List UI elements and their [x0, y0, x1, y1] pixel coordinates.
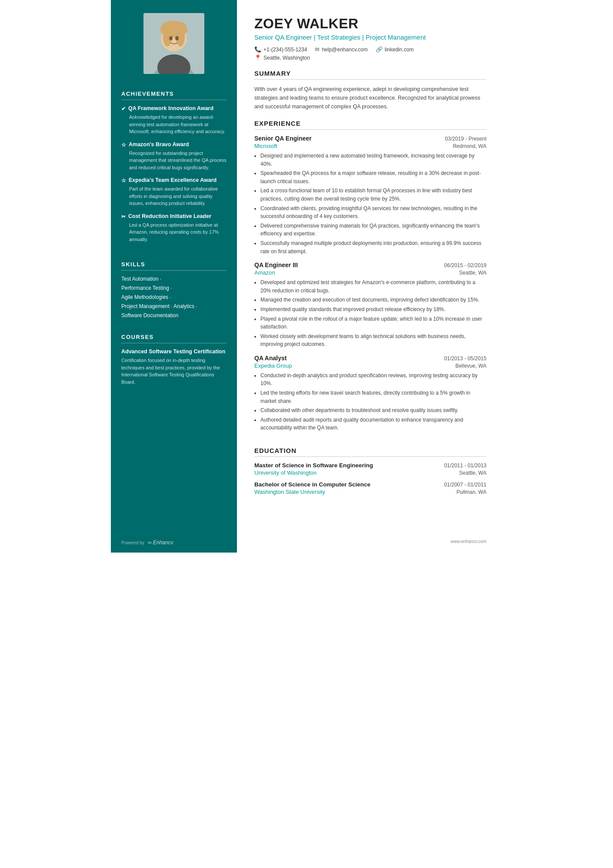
achievement-title-2: ☆ Expedia's Team Excellence Award: [121, 177, 227, 184]
skill-2: Agile Methodologies ·: [121, 294, 227, 300]
email-item: ✉ help@enhancv.com: [315, 46, 367, 53]
achievement-icon-1: ☆: [121, 142, 126, 148]
job-0-location: Redmond, WA: [453, 143, 486, 149]
achievement-item-0: ✔ QA Framework Innovation Award Acknowle…: [121, 105, 227, 135]
resume-header: ZOEY WALKER Senior QA Engineer | Test St…: [254, 16, 486, 70]
bullet: Collaborated with other departments to t…: [260, 406, 486, 415]
job-1-header: QA Engineer III 06/2015 - 02/2019: [254, 261, 486, 268]
job-1-company-line: Amazon Seattle, WA: [254, 269, 486, 276]
email-icon: ✉: [315, 46, 320, 53]
bullet: Played a pivotal role in the rollout of …: [260, 315, 486, 331]
edu-1-row: Bachelor of Science in Computer Science …: [254, 481, 486, 488]
courses-section: COURSES Advanced Software Testing Certif…: [111, 326, 237, 390]
education-title: EDUCATION: [254, 447, 486, 457]
summary-title: SUMMARY: [254, 70, 486, 80]
job-0-title: Senior QA Engineer: [254, 135, 312, 142]
bullet: Implemented quality standards that impro…: [260, 305, 486, 314]
edu-0-degree: Master of Science in Software Engineerin…: [254, 462, 373, 469]
experience-section: EXPERIENCE Senior QA Engineer 03/2019 - …: [254, 120, 486, 438]
bullet: Spearheaded the QA process for a major s…: [260, 169, 486, 185]
edu-0-row: Master of Science in Software Engineerin…: [254, 462, 486, 469]
experience-title: EXPERIENCE: [254, 120, 486, 130]
job-2-header: QA Analyst 01/2013 - 05/2015: [254, 355, 486, 362]
achievement-item-2: ☆ Expedia's Team Excellence Award Part o…: [121, 177, 227, 207]
linkedin-icon: 🔗: [376, 46, 383, 53]
job-1-location: Seattle, WA: [459, 270, 486, 276]
bullet: Worked closely with development teams to…: [260, 332, 486, 349]
edu-1-school-line: Washington State University Pullman, WA: [254, 489, 486, 495]
svg-point-9: [175, 36, 179, 40]
edu-1-degree: Bachelor of Science in Computer Science: [254, 481, 370, 488]
achievements-section: ACHIEVEMENTS ✔ QA Framework Innovation A…: [111, 83, 237, 253]
skill-0: Test Automation ·: [121, 276, 227, 282]
education-section: EDUCATION Master of Science in Software …: [254, 447, 486, 500]
profile-photo: [143, 13, 204, 74]
footer-url: www.enhancv.com: [450, 539, 486, 544]
location: Seattle, Washington: [263, 55, 310, 61]
main-footer: www.enhancv.com: [254, 532, 486, 544]
bullet: Coordinated with clients, providing insi…: [260, 204, 486, 221]
phone-number: +1-(234)-555-1234: [263, 47, 307, 53]
svg-point-8: [169, 36, 173, 40]
job-0-date: 03/2019 - Present: [445, 136, 486, 142]
contact-info: 📞 +1-(234)-555-1234 ✉ help@enhancv.com 🔗…: [254, 46, 486, 53]
skill-3: Project Management · Analytics ·: [121, 303, 227, 309]
achievements-title: ACHIEVEMENTS: [121, 90, 227, 100]
phone-icon: 📞: [254, 46, 261, 53]
linkedin-url: linkedin.com: [385, 47, 414, 53]
bullet: Led the testing efforts for new travel s…: [260, 389, 486, 405]
edu-0: Master of Science in Software Engineerin…: [254, 462, 486, 476]
job-1-bullets: Developed and optimized test strategies …: [254, 278, 486, 349]
achievement-title-1: ☆ Amazon's Bravo Award: [121, 141, 227, 148]
job-1: QA Engineer III 06/2015 - 02/2019 Amazon…: [254, 261, 486, 349]
job-0: Senior QA Engineer 03/2019 - Present Mic…: [254, 135, 486, 255]
linkedin-item: 🔗 linkedin.com: [376, 46, 414, 53]
svg-point-6: [162, 21, 186, 31]
achievement-icon-2: ☆: [121, 178, 126, 184]
powered-by-label: Powered by: [121, 540, 144, 545]
job-2-company: Expedia Group: [254, 362, 292, 369]
phone-item: 📞 +1-(234)-555-1234: [254, 46, 307, 53]
sidebar: ACHIEVEMENTS ✔ QA Framework Innovation A…: [111, 0, 237, 553]
sidebar-footer: Powered by ∞ Enhancv: [111, 533, 237, 553]
achievement-title-0: ✔ QA Framework Innovation Award: [121, 105, 227, 112]
job-2-company-line: Expedia Group Bellevue, WA: [254, 362, 486, 369]
edu-0-location: Seattle, WA: [459, 470, 486, 476]
achievement-icon-0: ✔: [121, 106, 126, 112]
edu-1-school: Washington State University: [254, 489, 325, 495]
skills-title: SKILLS: [121, 261, 227, 271]
bullet: Authored detailed audit reports and qual…: [260, 416, 486, 432]
summary-section: SUMMARY With over 4 years of QA engineer…: [254, 70, 486, 111]
job-0-bullets: Designed and implemented a new automated…: [254, 152, 486, 255]
bullet: Designed and implemented a new automated…: [260, 152, 486, 168]
enhancv-logo: ∞ Enhancv: [148, 540, 173, 546]
email-address: help@enhancv.com: [322, 47, 367, 53]
skills-section: SKILLS Test Automation · Performance Tes…: [111, 253, 237, 326]
achievement-desc-1: Recognized for outstanding project manag…: [121, 150, 227, 171]
achievement-desc-2: Part of the team awarded for collaborati…: [121, 185, 227, 207]
courses-title: COURSES: [121, 334, 227, 343]
edu-0-school: University of Washington: [254, 469, 316, 476]
main-content: ZOEY WALKER Senior QA Engineer | Test St…: [237, 0, 502, 553]
course-desc: Certification focused on in-depth testin…: [121, 357, 227, 385]
job-2-bullets: Conducted in-depth analytics and product…: [254, 372, 486, 432]
skill-1: Performance Testing ·: [121, 285, 227, 291]
achievement-item-3: ✂ Cost Reduction Initiative Leader Led a…: [121, 213, 227, 243]
job-1-date: 06/2015 - 02/2019: [444, 262, 486, 268]
bullet: Managed the creation and execution of te…: [260, 296, 486, 304]
edu-1: Bachelor of Science in Computer Science …: [254, 481, 486, 495]
bullet: Led a cross-functional team of 10 to est…: [260, 187, 486, 203]
job-2-location: Bellevue, WA: [455, 363, 486, 369]
edu-1-location: Pullman, WA: [456, 489, 486, 495]
resume-page: ACHIEVEMENTS ✔ QA Framework Innovation A…: [111, 0, 502, 553]
achievement-icon-3: ✂: [121, 214, 126, 220]
summary-text: With over 4 years of QA engineering expe…: [254, 85, 486, 111]
location-icon: 📍: [254, 54, 261, 61]
skill-4: Software Documentation: [121, 312, 227, 318]
edu-0-school-line: University of Washington Seattle, WA: [254, 469, 486, 476]
job-0-company-line: Microsoft Redmond, WA: [254, 143, 486, 149]
achievement-title-3: ✂ Cost Reduction Initiative Leader: [121, 213, 227, 220]
achievement-item-1: ☆ Amazon's Bravo Award Recognized for ou…: [121, 141, 227, 171]
job-1-company: Amazon: [254, 269, 275, 276]
bullet: Successfully managed multiple product de…: [260, 239, 486, 255]
